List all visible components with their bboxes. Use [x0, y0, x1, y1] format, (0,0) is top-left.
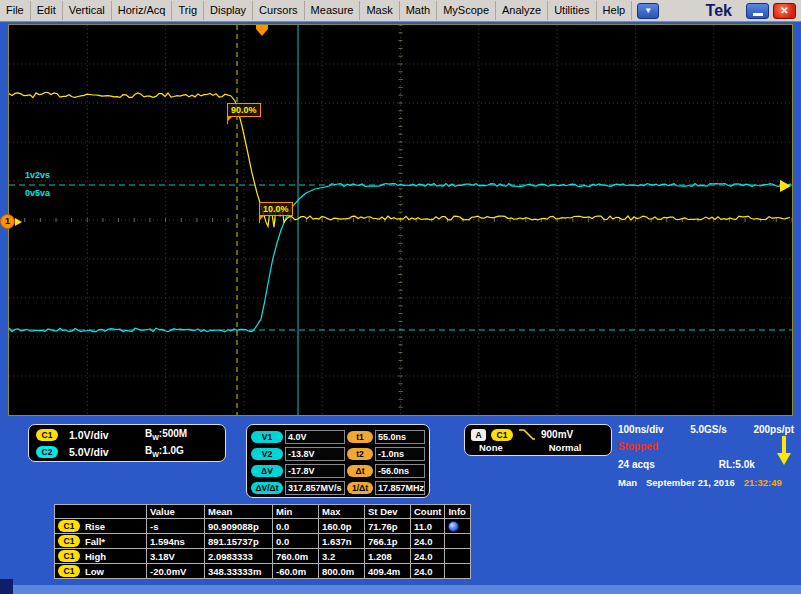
trigger-position-marker[interactable] [256, 25, 268, 36]
measurement-name: Rise [85, 521, 105, 532]
channel1-position-marker[interactable]: 1 [0, 214, 15, 229]
waveform-display: 90.0% 10.0% 1v2vs 0v5va [8, 24, 793, 416]
trigger-mode-abbrev: Man [618, 477, 637, 488]
vertical-settings-panel: C1 1.0V/div BW:500M C2 5.0V/div BW:1.0G [28, 424, 226, 462]
channel2-scale: 5.0V/div [69, 446, 131, 458]
trigger-level-arrow[interactable] [780, 180, 791, 192]
acquisition-status: Stopped [618, 441, 658, 452]
cursor-t1-badge: t1 [347, 431, 373, 443]
header-blank [55, 505, 147, 519]
measurement-source-badge: C1 [58, 550, 80, 562]
cursor-row: V2 -13.8V t2 -1.0ns [251, 445, 425, 462]
trigger-source-badge[interactable]: C1 [491, 429, 513, 441]
measurement-info-cell [445, 534, 471, 549]
datetime-row: Man September 21, 2016 21:32:49 [618, 477, 794, 488]
trigger-holdoff: None [479, 442, 503, 455]
trigger-panel: A C1 900mV None Normal [464, 424, 612, 456]
cursor-readout-panel: V1 4.0V t1 55.0ns V2 -13.8V t2 -1.0ns ΔV… [246, 424, 430, 498]
measurement-stdev: 766.1p [365, 534, 411, 549]
cursor-row: ΔV/Δt 317.857MV/s 1/Δt 17.857MHz [251, 479, 425, 496]
measurement-mean: 348.33333m [205, 564, 273, 579]
channel1-badge[interactable]: C1 [36, 429, 58, 441]
measurement-info-cell [445, 564, 471, 579]
cursor-v2-value: -13.8V [285, 447, 345, 461]
header-value: Value [147, 505, 205, 519]
date-readout: September 21, 2016 [646, 477, 735, 488]
header-stdev: St Dev [365, 505, 411, 519]
cursor-delta-v-value: -17.8V [285, 464, 345, 478]
measurement-count: 24.0 [411, 534, 445, 549]
menu-item-horiz-acq[interactable]: Horiz/Acq [112, 1, 173, 20]
cursor-row: V1 4.0V t1 55.0ns [251, 428, 425, 445]
measurement-max: 3.2 [319, 549, 365, 564]
minimize-icon [753, 13, 763, 16]
close-icon: ✕ [780, 5, 788, 16]
table-row: C1Rise -s 90.909088p 0.0 160.0p 71.76p 1… [55, 519, 471, 534]
measurement-stdev: 409.4m [365, 564, 411, 579]
measurement-min: 760.0m [273, 549, 319, 564]
measurement-mean: 90.909088p [205, 519, 273, 534]
minimize-button[interactable] [746, 3, 769, 19]
table-row: C1High 3.18V 2.0983333 760.0m 3.2 1.208 … [55, 549, 471, 564]
measurement-count: 24.0 [411, 549, 445, 564]
header-min: Min [273, 505, 319, 519]
menu-item-file[interactable]: File [0, 1, 31, 20]
measurement-name: High [85, 551, 106, 562]
measurement-source-badge: C1 [58, 520, 80, 532]
sample-rate-value: 5.0GS/s [690, 424, 727, 435]
close-button[interactable]: ✕ [773, 3, 796, 19]
menu-item-measure[interactable]: Measure [305, 1, 361, 20]
cursor-t2-badge: t2 [347, 448, 373, 460]
timebase-row: 100ns/div 5.0GS/s 200ps/pt [618, 424, 794, 435]
menu-item-vertical[interactable]: Vertical [63, 1, 112, 20]
measurement-value: -s [147, 519, 205, 534]
menu-item-myscope[interactable]: MyScope [437, 1, 496, 20]
window-corner [0, 579, 13, 594]
info-globe-icon[interactable] [448, 521, 459, 532]
trigger-settings-row: A C1 900mV [471, 427, 605, 442]
channel2-bandwidth: BW:1.0G [145, 445, 184, 458]
resolution-value: 200ps/pt [753, 424, 794, 435]
channel1-scale: 1.0V/div [69, 429, 131, 441]
menu-item-trig[interactable]: Trig [172, 1, 204, 20]
falling-slope-icon [518, 428, 536, 441]
header-info: Info [445, 505, 471, 519]
measurement-value: 1.594ns [147, 534, 205, 549]
chevron-down-icon[interactable]: ▼ [637, 3, 659, 19]
cursor-v2-badge: V2 [251, 448, 283, 460]
acquisition-count: 24 acqs [618, 459, 655, 470]
measurement-value: 3.18V [147, 549, 205, 564]
time-readout: 21:32:49 [744, 477, 782, 488]
menu-item-edit[interactable]: Edit [31, 1, 63, 20]
measurement-stdev: 1.208 [365, 549, 411, 564]
menu-item-analyze[interactable]: Analyze [496, 1, 548, 20]
menu-item-cursors[interactable]: Cursors [253, 1, 305, 20]
rise-reference-90-callout: 90.0% [227, 103, 261, 117]
measurement-min: 0.0 [273, 519, 319, 534]
measurement-info-cell [445, 519, 471, 534]
cursor-t2-value: -1.0ns [375, 447, 425, 461]
horizontal-position-arrow-icon[interactable] [776, 436, 792, 468]
menu-item-utilities[interactable]: Utilities [548, 1, 596, 20]
cursor-t1-value: 55.0ns [375, 430, 425, 444]
trace-label-2: 0v5va [25, 188, 50, 198]
acquisition-status-row: Stopped [618, 441, 794, 452]
measurement-max: 160.0p [319, 519, 365, 534]
channel2-badge[interactable]: C2 [36, 446, 58, 458]
table-header-row: Value Mean Min Max St Dev Count Info [55, 505, 471, 519]
cursor-slew-value: 317.857MV/s [285, 481, 345, 495]
menu-item-mask[interactable]: Mask [360, 1, 399, 20]
measurement-min: 0.0 [273, 534, 319, 549]
record-length: RL:5.0k [719, 459, 755, 470]
channel2-settings-row: C2 5.0V/div BW:1.0G [29, 443, 225, 460]
measurement-mean: 2.0983333 [205, 549, 273, 564]
measurement-name: Low [85, 566, 104, 577]
menu-item-math[interactable]: Math [400, 1, 437, 20]
menu-item-display[interactable]: Display [204, 1, 253, 20]
rise-reference-10-callout: 10.0% [259, 202, 293, 216]
header-max: Max [319, 505, 365, 519]
measurement-info-cell [445, 549, 471, 564]
timebase-value: 100ns/div [618, 424, 664, 435]
measurement-table: Value Mean Min Max St Dev Count Info C1R… [54, 504, 471, 579]
menu-item-help[interactable]: Help [597, 1, 633, 20]
